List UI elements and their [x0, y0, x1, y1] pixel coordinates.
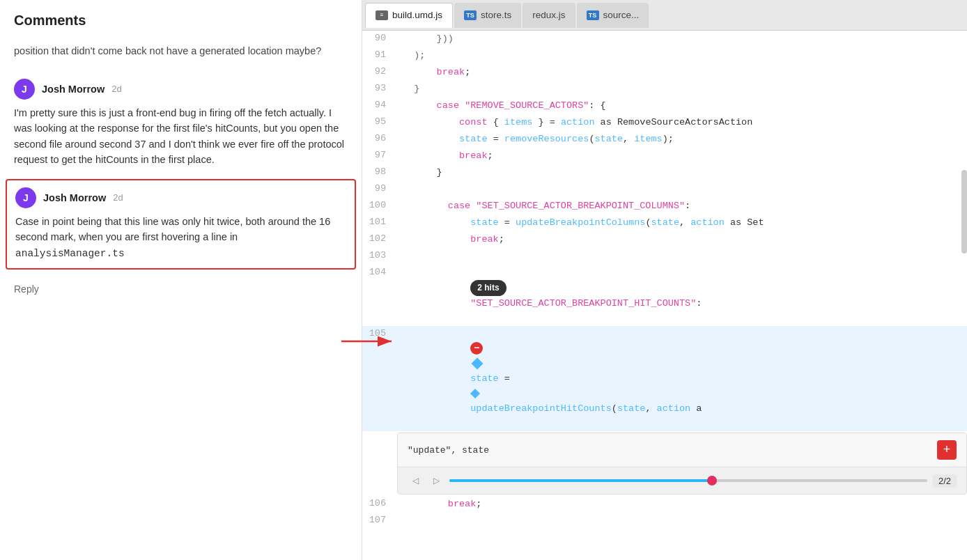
inline-panel-top: "update", state +: [398, 433, 966, 467]
line-content: }: [397, 81, 967, 98]
tab-build-label: build.umd.js: [392, 10, 442, 20]
line-content: );: [397, 47, 967, 64]
line-content: })): [397, 31, 967, 47]
comment-1-author-row: J Josh Morrow 2d: [14, 79, 348, 100]
comment-2-text: Case in point being that this line was o…: [15, 214, 346, 261]
table-row: 96 state = removeResources(state, items)…: [362, 131, 967, 148]
tab-source-label: source...: [603, 10, 640, 20]
bp-diamond-2-icon: [470, 389, 480, 398]
table-row: 93 }: [362, 81, 967, 98]
breakpoint-minus[interactable]: −: [470, 342, 483, 355]
comment-2-highlighted: J Josh Morrow 2d Case in point being tha…: [6, 179, 356, 270]
inline-panel-bottom: ◁ ▷ 2/2: [398, 467, 966, 494]
table-row: 100 case "SET_SOURCE_ACTOR_BREAKPOINT_CO…: [362, 198, 967, 215]
line-content: break;: [397, 148, 967, 164]
partial-comment-text: position that didn't come back not have …: [14, 37, 348, 70]
tabs-bar: ≡ build.umd.js TS store.ts redux.js TS s…: [362, 0, 967, 31]
line-number: 91: [362, 47, 397, 64]
code-table: 90 })) 91 ); 92 break; 93 }: [362, 31, 967, 431]
timeline-slider[interactable]: [449, 479, 927, 482]
table-row: 94 case "REMOVE_SOURCE_ACTORS": {: [362, 98, 967, 114]
line-content: [397, 181, 967, 198]
prev-button[interactable]: ◁: [408, 473, 423, 488]
line-number: 92: [362, 64, 397, 81]
line-number: 97: [362, 148, 397, 164]
next-button[interactable]: ▷: [428, 473, 444, 488]
table-row: 98 }: [362, 164, 967, 181]
hits-badge: 2 hits: [470, 280, 506, 296]
hit-counter: 2/2: [933, 474, 957, 488]
table-row: 91 );: [362, 47, 967, 64]
line-content: break;: [397, 64, 967, 81]
table-row: 97 break;: [362, 148, 967, 164]
slider-fill: [449, 479, 712, 482]
avatar-2: J: [15, 187, 36, 208]
line-number: 104: [362, 265, 397, 326]
line-number: 98: [362, 164, 397, 181]
line-content: state = removeResources(state, items);: [397, 131, 967, 148]
tab-store-label: store.ts: [481, 10, 511, 20]
line-number: 100: [362, 198, 397, 215]
line-number: 106: [362, 496, 397, 513]
table-row: 104 2 hits "SET_SOURCE_ACTOR_BREAKPOINT_…: [362, 265, 967, 326]
comment-1: J Josh Morrow 2d I'm pretty sure this is…: [14, 70, 348, 176]
table-row: 101 state = updateBreakpointColumns(stat…: [362, 215, 967, 231]
table-row: 103: [362, 248, 967, 265]
line-content: const { items } = action as RemoveSource…: [397, 114, 967, 131]
line-number: 102: [362, 231, 397, 248]
reply-button[interactable]: Reply: [14, 281, 39, 297]
tab-redux[interactable]: redux.js: [523, 3, 575, 28]
line-number: 103: [362, 248, 397, 265]
line-content: }: [397, 164, 967, 181]
comment-2-author: Josh Morrow: [43, 192, 106, 203]
comment-1-time: 2d: [111, 84, 121, 94]
tab-redux-label: redux.js: [532, 10, 565, 20]
line-number: 94: [362, 98, 397, 114]
bp-diamond-icon: [472, 357, 483, 369]
line-content: [397, 248, 967, 265]
table-row: 106 break;: [362, 496, 967, 513]
line-number: 99: [362, 181, 397, 198]
table-row: 92 break;: [362, 64, 967, 81]
tab-build-umd[interactable]: ≡ build.umd.js: [365, 3, 453, 28]
code-table-bottom: 106 break; 107: [362, 496, 967, 529]
comment-1-text: I'm pretty sure this is just a front-end…: [14, 105, 348, 168]
line-number: 105: [362, 326, 397, 431]
line-content: [397, 513, 967, 529]
comment-1-author: Josh Morrow: [42, 84, 105, 95]
avatar-1: J: [14, 79, 35, 100]
line-number: 93: [362, 81, 397, 98]
ts-icon-store: TS: [464, 10, 477, 20]
comment-2-code: analysisManager.ts: [15, 248, 125, 259]
line-content: − state = updateBreakpointHitCounts(stat…: [397, 326, 967, 431]
table-row: 90 })): [362, 31, 967, 47]
inline-value: "update", state: [408, 445, 489, 456]
table-row: 105 − state = updateBreakpointHitCounts(…: [362, 326, 967, 431]
line-content: break;: [397, 231, 967, 248]
tab-store[interactable]: TS store.ts: [454, 3, 521, 28]
line-number: 95: [362, 114, 397, 131]
slider-thumb[interactable]: [707, 476, 717, 485]
line-content: 2 hits "SET_SOURCE_ACTOR_BREAKPOINT_HIT_…: [397, 265, 967, 326]
add-button[interactable]: +: [937, 440, 957, 460]
line-content: case "REMOVE_SOURCE_ACTORS": {: [397, 98, 967, 114]
ts-icon-source: TS: [587, 10, 599, 20]
comments-title: Comments: [0, 0, 362, 37]
line-number: 107: [362, 513, 397, 529]
file-icon-build: ≡: [376, 10, 388, 20]
code-area[interactable]: 90 })) 91 ); 92 break; 93 }: [362, 31, 967, 560]
line-content: break;: [397, 496, 967, 513]
table-row: 99: [362, 181, 967, 198]
scrollbar[interactable]: [961, 170, 967, 254]
code-panel: ≡ build.umd.js TS store.ts redux.js TS s…: [362, 0, 967, 560]
line-number: 101: [362, 215, 397, 231]
inline-panel: "update", state + ◁ ▷ 2/2: [397, 433, 967, 495]
tab-source[interactable]: TS source...: [577, 3, 649, 28]
table-row: 95 const { items } = action as RemoveSou…: [362, 114, 967, 131]
case-string: "SET_SOURCE_ACTOR_BREAKPOINT_HIT_COUNTS": [470, 298, 696, 309]
table-row: 102 break;: [362, 231, 967, 248]
line-content: case "SET_SOURCE_ACTOR_BREAKPOINT_COLUMN…: [397, 198, 967, 215]
comment-2-author-row: J Josh Morrow 2d: [15, 187, 346, 208]
line-number: 90: [362, 31, 397, 47]
comments-content: position that didn't come back not have …: [0, 37, 362, 560]
